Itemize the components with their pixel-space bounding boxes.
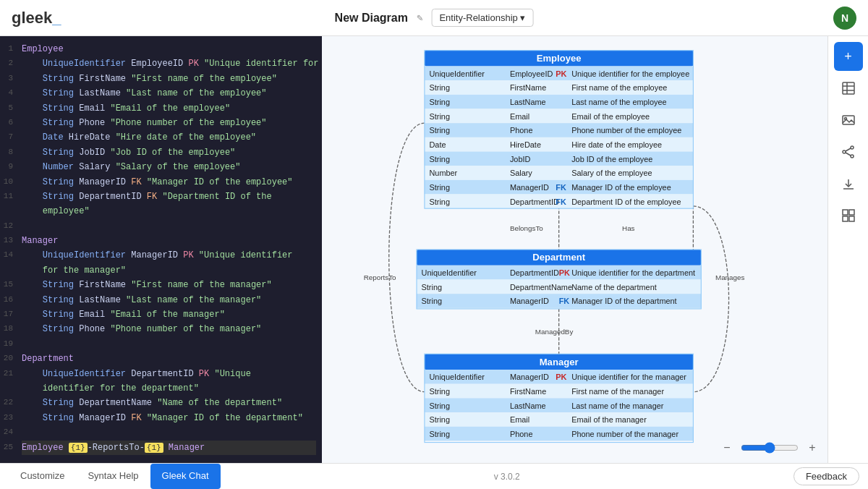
department-table[interactable]: Department UniqueIdentifier DepartmentID…	[417, 250, 701, 308]
tab-customize[interactable]: Customize	[9, 464, 76, 489]
employee-table[interactable]: Employee UniqueIdentifier EmployeeID PK …	[425, 51, 693, 209]
image-icon-button[interactable]	[834, 106, 863, 135]
code-line: 6 String Phone "Phone number of the empl…	[0, 116, 322, 130]
svg-point-92	[844, 118, 846, 120]
svg-text:Name of the department: Name of the department	[571, 283, 657, 292]
svg-line-97	[846, 153, 851, 156]
code-line: 23 String ManagerID FK "Manager ID of th…	[0, 411, 322, 425]
svg-text:FirstName: FirstName	[510, 83, 546, 92]
code-line: 21 UniqueIdentifier DepartmentID PK "Uni…	[0, 367, 322, 381]
tab-gleek-chat[interactable]: Gleek Chat	[150, 464, 221, 489]
svg-text:FK: FK	[556, 197, 566, 206]
add-button[interactable]: +	[834, 42, 863, 71]
code-line: 24	[0, 425, 322, 440]
svg-text:PK: PK	[559, 268, 570, 277]
svg-text:Hire date of the employee: Hire date of the employee	[571, 140, 662, 149]
version-text: v 3.0.2	[494, 472, 520, 482]
svg-text:DepartmentName: DepartmentName	[510, 283, 572, 292]
bottom-tabs: Customize Syntax Help Gleek Chat	[9, 464, 221, 489]
code-editor[interactable]: 1 Employee 2 UniqueIdentifier EmployeeID…	[0, 36, 322, 463]
svg-text:Salary of the employee: Salary of the employee	[571, 169, 652, 177]
svg-text:Salary: Salary	[510, 169, 532, 177]
feedback-button[interactable]: Feedback	[793, 467, 859, 485]
svg-text:ManagerID: ManagerID	[510, 373, 549, 381]
svg-text:EmployeeID: EmployeeID	[510, 69, 553, 78]
svg-text:Email of the employee: Email of the employee	[571, 112, 650, 121]
svg-text:Email of the manager: Email of the manager	[571, 415, 647, 424]
zoom-controls: − +	[718, 438, 822, 457]
diagram-title: New Diagram	[335, 12, 408, 25]
code-line: 9 Number Salary "Salary of the employee"	[0, 160, 322, 174]
bottom-bar: Customize Syntax Help Gleek Chat v 3.0.2…	[0, 463, 868, 489]
svg-rect-99	[843, 210, 848, 215]
header: gleek_ New Diagram ✎ Entity-Relationship…	[0, 0, 868, 36]
grid-icon-button[interactable]	[834, 201, 863, 230]
svg-text:Manager ID of the department: Manager ID of the department	[571, 297, 677, 305]
svg-text:String: String	[429, 83, 450, 92]
relation-label: BelongsTo	[510, 224, 543, 232]
manager-table[interactable]: Manager UniqueIdentifier ManagerID PK Un…	[425, 354, 693, 441]
svg-text:String: String	[429, 387, 450, 396]
diagram-type-dropdown[interactable]: Entity-Relationship ▾	[431, 9, 533, 27]
relation-label: ReportsTo	[364, 273, 396, 281]
avatar[interactable]: N	[833, 7, 856, 30]
svg-rect-33	[425, 166, 693, 180]
svg-text:First name of the manager: First name of the manager	[571, 387, 664, 396]
code-line: 5 String Email "Email of the employee"	[0, 101, 322, 116]
svg-rect-101	[843, 216, 848, 221]
tab-syntax-help[interactable]: Syntax Help	[76, 464, 150, 489]
svg-text:First name of the employee: First name of the employee	[571, 83, 667, 92]
svg-text:ManagerID: ManagerID	[510, 297, 549, 305]
code-line: 14 UniqueIdentifier ManagerID PK "Unique…	[0, 248, 322, 263]
share-icon-button[interactable]	[834, 137, 863, 166]
svg-text:Phone number of the employee: Phone number of the employee	[571, 126, 681, 135]
svg-text:Unique identifier for the mana: Unique identifier for the manager	[571, 373, 686, 381]
table-icon-button[interactable]	[834, 74, 863, 103]
svg-text:Job ID of the employee: Job ID of the employee	[571, 155, 652, 163]
code-line: 16 String LastName "Last name of the man…	[0, 293, 322, 307]
download-icon-button[interactable]	[834, 169, 863, 198]
svg-text:Phone number of the manager: Phone number of the manager	[571, 430, 678, 438]
code-line: 19	[0, 337, 322, 352]
svg-rect-76	[425, 412, 693, 427]
zoom-in-button[interactable]: +	[803, 438, 822, 457]
svg-text:String: String	[429, 430, 450, 438]
zoom-out-button[interactable]: −	[718, 438, 736, 457]
code-line: 22 String DepartmentName "Name of the de…	[0, 396, 322, 410]
employee-table-title: Employee	[537, 53, 582, 64]
zoom-slider[interactable]	[741, 442, 799, 454]
svg-rect-17	[425, 109, 693, 124]
svg-line-96	[846, 148, 851, 151]
svg-text:String: String	[429, 415, 450, 424]
code-line: 12	[0, 219, 322, 234]
svg-point-94	[843, 150, 846, 153]
code-line: employee"	[0, 204, 322, 218]
svg-text:Email: Email	[510, 112, 529, 121]
edit-icon[interactable]: ✎	[417, 12, 422, 24]
svg-text:Last name of the manager: Last name of the manager	[571, 401, 664, 410]
svg-rect-91	[843, 116, 854, 124]
relation-label: ManagedBy	[535, 328, 574, 336]
svg-text:Unique identifier for the empl: Unique identifier for the employee	[571, 69, 689, 78]
svg-text:String: String	[429, 401, 450, 410]
svg-text:Department ID of the employee: Department ID of the employee	[571, 197, 681, 206]
svg-text:ManagerID: ManagerID	[510, 183, 549, 192]
diagram-canvas[interactable]: BelongsTo Has ReportsTo Manages ManagedB…	[322, 36, 827, 463]
er-diagram-svg: BelongsTo Has ReportsTo Manages ManagedB…	[322, 36, 827, 463]
svg-text:Email: Email	[510, 415, 529, 424]
svg-rect-87	[843, 82, 854, 94]
svg-point-93	[851, 146, 854, 149]
right-toolbar: +	[827, 36, 868, 463]
svg-text:String: String	[422, 297, 442, 305]
svg-text:String: String	[429, 126, 450, 135]
code-line: 13 Manager	[0, 234, 322, 248]
header-center: New Diagram ✎ Entity-Relationship ▾	[335, 9, 534, 27]
svg-rect-29	[425, 152, 693, 166]
svg-text:DepartmentID: DepartmentID	[510, 268, 559, 277]
svg-text:Date: Date	[429, 140, 446, 149]
svg-text:Manager ID of the employee: Manager ID of the employee	[571, 183, 671, 192]
code-line: 15 String FirstName "First name of the m…	[0, 278, 322, 292]
manager-table-title: Manager	[540, 357, 579, 367]
svg-point-95	[851, 155, 854, 158]
svg-text:JobID: JobID	[510, 155, 531, 163]
